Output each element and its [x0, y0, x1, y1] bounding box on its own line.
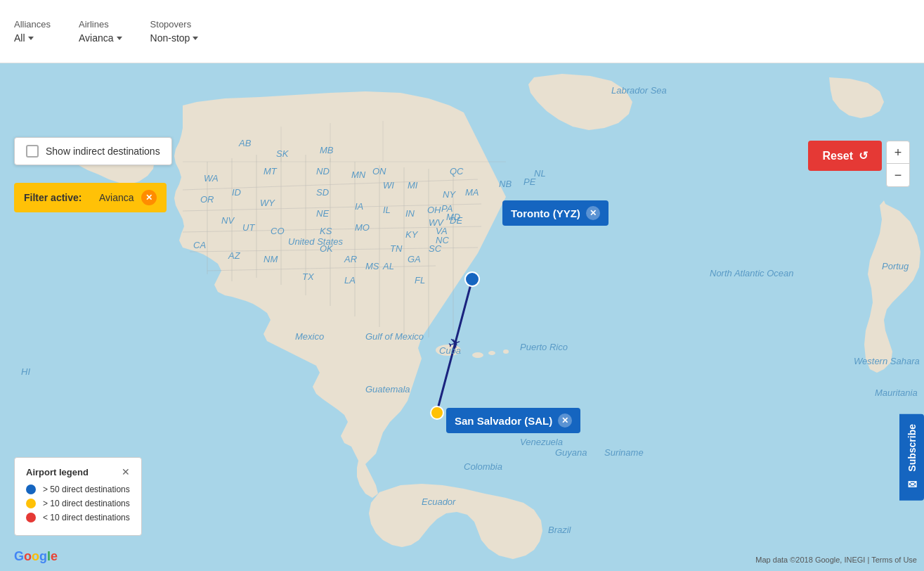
map-label: AR — [344, 253, 357, 266]
alliances-dropdown[interactable]: All — [14, 32, 51, 44]
svg-point-4 — [503, 349, 509, 354]
filter-active-badge: Filter active: Avianca ✕ — [14, 183, 167, 212]
map-label: NE — [316, 207, 329, 220]
map-label: Brazil — [548, 524, 571, 537]
show-indirect-label: Show indirect destinations — [46, 146, 160, 157]
filter-active-close-button[interactable]: ✕ — [141, 190, 157, 205]
toronto-close-button[interactable]: ✕ — [586, 206, 600, 220]
map-label: Guatemala — [365, 383, 410, 396]
map-label: Colombia — [464, 461, 502, 473]
subscribe-label: Subscribe — [906, 424, 918, 472]
map-label: NB — [499, 178, 512, 191]
map-label: PA — [441, 203, 453, 215]
reset-button[interactable]: Reset ↺ — [808, 141, 882, 171]
legend-header: Airport legend ✕ — [26, 466, 130, 477]
map-label: IA — [355, 200, 363, 213]
map-label: QC — [450, 165, 464, 178]
map-label: LA — [344, 274, 356, 287]
reset-label: Reset — [822, 150, 853, 162]
map-label: MA — [465, 186, 479, 199]
map-label: Ecuador — [422, 496, 455, 508]
legend-item: < 10 direct destinations — [26, 513, 130, 522]
map-label: MI — [408, 179, 417, 192]
airlines-filter: Airlines Avianca — [79, 19, 122, 44]
map-label: OH — [427, 204, 441, 217]
map-label: GA — [408, 253, 421, 266]
map-label: FL — [415, 274, 425, 287]
map-label: United States — [288, 236, 343, 248]
show-indirect-checkbox[interactable] — [26, 145, 39, 158]
toronto-airport-label: Toronto (YYZ) — [511, 207, 580, 219]
legend-close-button[interactable]: ✕ — [122, 466, 130, 477]
map-label: KS — [320, 225, 332, 238]
map-label: IN — [405, 207, 415, 220]
airport-legend: Airport legend ✕ > 50 direct destination… — [14, 457, 142, 536]
map-label: TX — [302, 271, 314, 283]
stopovers-label: Stopovers — [150, 19, 199, 30]
map-label: MN — [351, 169, 365, 181]
map-label: KY — [405, 229, 417, 241]
map-label: Labrador Sea — [611, 84, 667, 97]
alliances-chevron-icon — [28, 37, 34, 40]
map-label: Guyana — [555, 447, 587, 459]
zoom-out-button[interactable]: − — [887, 164, 909, 186]
map-label: UT — [242, 222, 254, 234]
legend-item: > 10 direct destinations — [26, 499, 130, 508]
map-label: Puerto Rico — [520, 341, 568, 354]
legend-title: Airport legend — [26, 467, 89, 477]
map-label: AL — [383, 260, 394, 273]
map-label: WA — [204, 172, 219, 185]
subscribe-icon: ✉ — [905, 477, 918, 491]
map-label: WV — [429, 217, 443, 229]
legend-dot — [26, 485, 36, 494]
legend-item-text: < 10 direct destinations — [43, 513, 130, 522]
map-label: MT — [263, 165, 277, 178]
subscribe-button[interactable]: ✉ Subscribe — [899, 414, 924, 501]
airlines-dropdown[interactable]: Avianca — [79, 32, 122, 44]
map-label: MB — [320, 144, 334, 157]
map-label: NM — [263, 253, 278, 266]
map-label: Mauritania — [875, 387, 918, 399]
map-label: Western Sahara — [854, 355, 920, 368]
map-label: Suriname — [604, 447, 644, 459]
stopovers-chevron-icon — [193, 37, 198, 40]
alliances-filter: Alliances All — [14, 19, 51, 44]
map-label: ON — [372, 165, 386, 178]
map-attribution: Map data ©2018 Google, INEGI | Terms of … — [755, 556, 917, 564]
map-label: WY — [260, 197, 275, 210]
map-label: CO — [271, 225, 285, 238]
map-label: HI — [21, 366, 30, 378]
toolbar: Alliances All Airlines Avianca Stopovers… — [0, 0, 924, 63]
salvador-airport-label: San Salvador (SAL) — [455, 415, 552, 427]
map-label: TN — [390, 243, 402, 255]
reset-icon: ↺ — [859, 149, 868, 162]
map-label: NL — [534, 167, 546, 180]
map-label: MO — [355, 222, 370, 234]
salvador-airport-bubble: San Salvador (SAL) ✕ — [446, 408, 580, 433]
show-indirect-container[interactable]: Show indirect destinations — [14, 137, 172, 165]
stopovers-filter: Stopovers Non-stop — [150, 19, 199, 44]
map: ✈ Labrador SeaNorth Atlantic OceanGulf o… — [0, 63, 924, 571]
map-label: Gulf of Mexico — [365, 331, 424, 343]
alliances-label: Alliances — [14, 19, 51, 30]
filter-active-label: Filter active: — [24, 192, 82, 203]
map-label: AZ — [228, 250, 240, 262]
filter-active-value: Avianca — [99, 192, 134, 203]
map-label: ID — [232, 186, 241, 199]
map-label: OK — [320, 243, 333, 255]
zoom-controls: + − — [886, 141, 910, 187]
legend-items: > 50 direct destinations> 10 direct dest… — [26, 485, 130, 522]
svg-point-2 — [472, 352, 483, 358]
map-label: AB — [239, 137, 251, 150]
zoom-in-button[interactable]: + — [887, 141, 909, 164]
map-label: Portug — [882, 260, 909, 273]
map-label: NY — [443, 188, 455, 201]
svg-point-3 — [488, 351, 495, 355]
salvador-close-button[interactable]: ✕ — [558, 413, 572, 428]
legend-dot — [26, 499, 36, 508]
airlines-chevron-icon — [117, 37, 122, 40]
map-label: ND — [316, 165, 330, 178]
svg-point-28 — [431, 406, 443, 419]
stopovers-dropdown[interactable]: Non-stop — [150, 32, 199, 44]
map-label: MS — [365, 260, 379, 273]
